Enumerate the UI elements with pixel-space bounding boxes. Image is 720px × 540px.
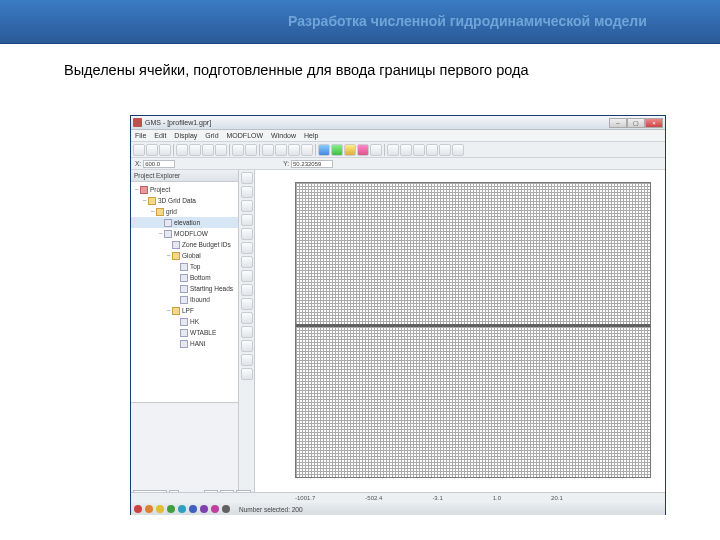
tb-save-icon[interactable]	[159, 144, 171, 156]
tree-twist-icon[interactable]: −	[157, 230, 164, 237]
tree-twist-icon[interactable]: −	[141, 197, 148, 204]
vt-extra3-icon[interactable]	[241, 368, 253, 380]
vt-zoom-icon[interactable]	[241, 200, 253, 212]
tree-node-icon	[148, 197, 156, 205]
tb-materials-icon[interactable]	[344, 144, 356, 156]
minimize-button[interactable]: –	[609, 118, 627, 128]
tb-opt3-icon[interactable]	[413, 144, 425, 156]
close-button[interactable]: ×	[645, 118, 663, 128]
ruler-tick: 1.0	[493, 495, 501, 501]
tree-item[interactable]: −Project	[131, 184, 238, 195]
coord-x-value[interactable]: 600.0	[143, 160, 175, 168]
tree-node-icon	[180, 274, 188, 282]
tree-node-icon	[172, 307, 180, 315]
menu-window[interactable]: Window	[271, 132, 296, 139]
tb-bc-icon[interactable]	[357, 144, 369, 156]
tree-item-label: Bottom	[190, 274, 211, 281]
tb-view2-icon[interactable]	[275, 144, 287, 156]
tb-open-icon[interactable]	[146, 144, 158, 156]
tree-twist-icon[interactable]: −	[133, 186, 140, 193]
palette-red-icon[interactable]	[134, 505, 142, 513]
tree-item-label: Zone Budget IDs	[182, 241, 231, 248]
coord-y-value[interactable]: 50.232059	[291, 160, 333, 168]
vt-edge-icon[interactable]	[241, 326, 253, 338]
titlebar[interactable]: GMS - [profilew1.gpr] – ▢ ×	[131, 116, 665, 130]
tb-copy-icon[interactable]	[202, 144, 214, 156]
palette-grey-icon[interactable]	[222, 505, 230, 513]
tb-layers-icon[interactable]	[331, 144, 343, 156]
menu-grid[interactable]: Grid	[205, 132, 218, 139]
tree-item[interactable]: −LPF	[131, 305, 238, 316]
menu-display[interactable]: Display	[174, 132, 197, 139]
palette-orange-icon[interactable]	[145, 505, 153, 513]
tree-item[interactable]: Starting Heads	[131, 283, 238, 294]
tree-item[interactable]: Bottom	[131, 272, 238, 283]
tb-opt1-icon[interactable]	[387, 144, 399, 156]
tree-item[interactable]: Ibound	[131, 294, 238, 305]
tree-item[interactable]: −grid	[131, 206, 238, 217]
vt-extra2-icon[interactable]	[241, 354, 253, 366]
tb-mesh-icon[interactable]	[318, 144, 330, 156]
vt-cell-icon[interactable]	[241, 228, 253, 240]
tree-twist-icon[interactable]: −	[165, 307, 172, 314]
tb-opt4-icon[interactable]	[426, 144, 438, 156]
tree-twist-icon[interactable]: −	[165, 252, 172, 259]
tb-paste-icon[interactable]	[215, 144, 227, 156]
vt-face-icon[interactable]	[241, 312, 253, 324]
vt-node-icon[interactable]	[241, 284, 253, 296]
tb-opt2-icon[interactable]	[400, 144, 412, 156]
app-window: GMS - [profilew1.gpr] – ▢ × File Edit Di…	[130, 115, 666, 515]
status-text: Number selected: 200	[239, 506, 303, 513]
tb-undo-icon[interactable]	[232, 144, 244, 156]
menu-edit[interactable]: Edit	[154, 132, 166, 139]
properties-panel	[131, 402, 238, 492]
model-grid[interactable]	[295, 182, 651, 478]
tree-item[interactable]: HK	[131, 316, 238, 327]
vt-extra1-icon[interactable]	[241, 340, 253, 352]
tree-item[interactable]: elevation	[131, 217, 238, 228]
tb-view3-icon[interactable]	[288, 144, 300, 156]
tb-print-icon[interactable]	[176, 144, 188, 156]
tree-item[interactable]: Zone Budget IDs	[131, 239, 238, 250]
menu-modflow[interactable]: MODFLOW	[227, 132, 264, 139]
ruler: -1001.7 -502.4 -3.1 1.0 20.1	[131, 493, 665, 503]
vt-row-icon[interactable]	[241, 242, 253, 254]
tree-item[interactable]: Top	[131, 261, 238, 272]
tree-item[interactable]: HANI	[131, 338, 238, 349]
tree-twist-icon[interactable]: −	[149, 208, 156, 215]
vt-layer-icon[interactable]	[241, 270, 253, 282]
vt-elem-icon[interactable]	[241, 298, 253, 310]
tree-item[interactable]: WTABLE	[131, 327, 238, 338]
tree-item[interactable]: −3D Grid Data	[131, 195, 238, 206]
project-tree[interactable]: −Project−3D Grid Data−gridelevation−MODF…	[131, 182, 238, 402]
menu-help[interactable]: Help	[304, 132, 318, 139]
vt-rotate-icon[interactable]	[241, 214, 253, 226]
vt-col-icon[interactable]	[241, 256, 253, 268]
tb-opt5-icon[interactable]	[439, 144, 451, 156]
slide-caption: Выделены ячейки, подготовленные для ввод…	[0, 44, 720, 88]
palette-magenta-icon[interactable]	[211, 505, 219, 513]
palette-yellow-icon[interactable]	[156, 505, 164, 513]
palette-green-icon[interactable]	[167, 505, 175, 513]
tree-node-icon	[180, 296, 188, 304]
maximize-button[interactable]: ▢	[627, 118, 645, 128]
tree-item-label: Project	[150, 186, 170, 193]
tb-cut-icon[interactable]	[189, 144, 201, 156]
tb-view4-icon[interactable]	[301, 144, 313, 156]
palette-cyan-icon[interactable]	[178, 505, 186, 513]
palette-blue-icon[interactable]	[189, 505, 197, 513]
tb-redo-icon[interactable]	[245, 144, 257, 156]
canvas[interactable]	[255, 170, 665, 492]
vt-select-icon[interactable]	[241, 172, 253, 184]
tb-new-icon[interactable]	[133, 144, 145, 156]
tb-run-icon[interactable]	[370, 144, 382, 156]
tree-node-icon	[140, 186, 148, 194]
palette-purple-icon[interactable]	[200, 505, 208, 513]
tree-item[interactable]: −MODFLOW	[131, 228, 238, 239]
tb-opt6-icon[interactable]	[452, 144, 464, 156]
ruler-tick: 20.1	[551, 495, 563, 501]
vt-pan-icon[interactable]	[241, 186, 253, 198]
tb-view1-icon[interactable]	[262, 144, 274, 156]
tree-item[interactable]: −Global	[131, 250, 238, 261]
menu-file[interactable]: File	[135, 132, 146, 139]
